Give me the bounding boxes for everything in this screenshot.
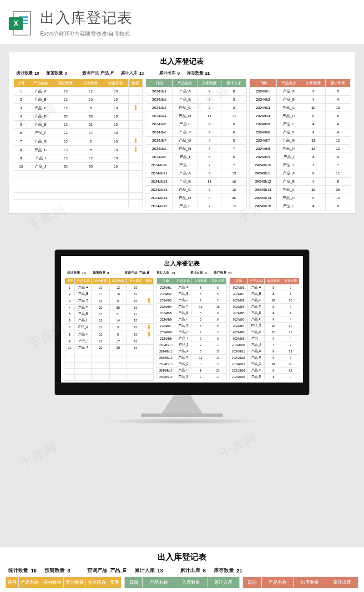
table-cell: 2024/8/4	[146, 112, 172, 120]
table-cell	[109, 363, 126, 369]
table-row: 2024/8/7产品_G55	[157, 323, 227, 329]
summary-row: 统计数量10预警数量3查询产品产品_E累计入库13累计出库8库存数量21	[5, 567, 359, 574]
table-cell: 2024/8/4	[249, 112, 276, 120]
table-cell: 产品_C	[248, 361, 265, 367]
summary-label: 预警数量	[46, 70, 63, 76]
table-cell	[92, 363, 109, 369]
table-cell: 2024/8/2	[230, 291, 248, 297]
inventory-table-header: 序号	[14, 79, 28, 87]
table-cell	[75, 351, 92, 357]
table-cell	[92, 351, 109, 357]
table-cell: 28	[109, 305, 126, 311]
table-cell: 2024/8/1	[146, 87, 172, 96]
table-row: 2024/8/6产品_F44	[249, 128, 350, 137]
table-cell: 6	[265, 367, 282, 374]
summary-label: 查询产品	[87, 567, 107, 574]
table-cell: 2024/8/11	[230, 348, 248, 355]
table-cell: 6	[209, 316, 227, 323]
table-cell: 5	[78, 146, 103, 154]
table-cell: 8	[282, 374, 299, 380]
table-cell: 20	[222, 194, 246, 202]
summary-value: 21	[228, 271, 232, 275]
outbound-table-header: 产品名称	[262, 577, 294, 588]
table-cell: 20	[282, 361, 299, 367]
table-cell: 2024/8/14	[249, 194, 276, 202]
table-row: 9产品_I151710	[14, 154, 143, 163]
table-cell: 3	[65, 297, 75, 305]
table-cell: 11	[197, 112, 222, 120]
table-cell: 产品_A	[175, 285, 192, 291]
table-cell	[78, 193, 103, 200]
table-cell: 10	[127, 291, 144, 297]
table-row: 2024/8/4产品_D66	[230, 304, 299, 310]
summary-label: 统计数量	[67, 270, 80, 275]
table-cell	[53, 171, 78, 178]
inbound-table-header: 累计入库	[207, 577, 240, 588]
table-cell: 产品_B	[277, 178, 301, 186]
table-row: 2024/8/8产品_H77	[146, 145, 246, 153]
table-cell: 2	[222, 104, 246, 112]
table-cell: 产品_G	[248, 323, 265, 329]
table-cell: 12	[282, 367, 299, 374]
table-cell: 4	[326, 153, 350, 161]
summary-value: 8	[205, 271, 207, 275]
summary-label: 统计数量	[16, 70, 33, 76]
table-cell: 12	[109, 285, 126, 291]
table-cell	[75, 369, 92, 375]
summary-value: 13	[171, 271, 175, 275]
table-cell: 2024/8/2	[249, 96, 276, 104]
page-header: X 出入库登记表 Excel/A4打印/内容随意修改/自带格式	[0, 0, 364, 44]
summary-value: 3	[67, 568, 70, 573]
table-cell: 产品_D	[248, 367, 265, 374]
inbound-table-header: 产品名称	[175, 278, 192, 285]
table-cell	[144, 345, 154, 351]
table-cell: 产品_A	[248, 348, 265, 355]
table-row	[14, 200, 143, 207]
table-cell: 4	[282, 316, 299, 323]
table-cell: 12	[326, 137, 350, 145]
table-cell: 11	[326, 169, 350, 178]
table-cell: 5	[282, 285, 299, 291]
table-row: 2024/8/5产品_E44	[249, 120, 350, 128]
table-cell: 产品_B	[75, 291, 92, 297]
table-cell: 2	[197, 104, 222, 112]
table-row	[65, 357, 154, 363]
table-row: 2024/8/11产品_A611	[230, 348, 299, 355]
table-cell: 2024/8/15	[146, 202, 172, 210]
table-cell	[103, 200, 128, 207]
table-cell: 20	[92, 305, 109, 311]
monitor-stand	[162, 395, 202, 413]
table-cell: 7	[197, 161, 222, 169]
table-cell: 产品_A	[75, 285, 92, 291]
table-cell	[75, 357, 92, 363]
table-cell: 10	[127, 285, 144, 291]
table-cell: 4	[265, 336, 282, 342]
table-cell: 产品_C	[175, 361, 192, 367]
summary-label: 累计入库	[121, 70, 137, 76]
table-row: 2024/8/9产品_I66	[157, 336, 227, 342]
table-cell: 20	[209, 367, 227, 374]
table-row: 2024/8/3产品_C1010	[230, 297, 299, 304]
table-row: 2024/8/7产品_G1212	[249, 137, 350, 145]
table-cell	[127, 351, 144, 357]
inventory-table-header: 序号	[65, 278, 75, 285]
table-cell: 产品_E	[175, 310, 192, 316]
table-cell: 5	[326, 87, 350, 96]
table-cell: 4	[282, 336, 299, 342]
table-cell: 10	[92, 285, 109, 291]
table-cell: 6	[197, 128, 222, 137]
table-cell: 产品_H	[28, 146, 53, 154]
table-cell: 产品_B	[248, 291, 265, 297]
table-cell	[128, 200, 142, 207]
table-cell: 2024/8/7	[146, 137, 172, 145]
inventory-table-header: 库存数量	[78, 79, 103, 87]
table-cell: 2024/8/12	[157, 355, 175, 361]
table-cell: 5	[14, 121, 28, 129]
table-cell: 产品_J	[277, 161, 301, 169]
table-cell: 10	[103, 146, 128, 154]
table-cell: 2024/8/15	[157, 374, 175, 380]
warning-icon	[148, 298, 150, 303]
table-cell: 4	[265, 355, 282, 361]
inventory-table-header: 预警	[108, 577, 121, 588]
table-cell: 10	[103, 154, 128, 163]
